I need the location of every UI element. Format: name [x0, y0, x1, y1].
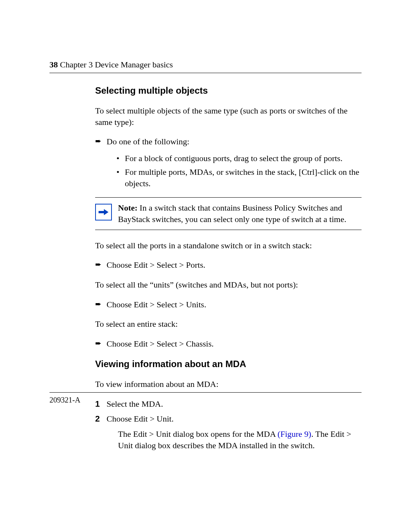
procedure-list: Choose Edit > Select > Chassis. [95, 338, 362, 350]
procedure-step: Choose Edit > Select > Chassis. [95, 338, 362, 350]
intro-paragraph: To select multiple objects of the same t… [95, 105, 362, 128]
page-number: 38 [49, 60, 58, 69]
heading-selecting-multiple-objects: Selecting multiple objects [95, 85, 362, 97]
intro-paragraph: To view information about an MDA: [95, 379, 362, 390]
note-label: Note: [118, 203, 137, 212]
step-text: Do one of the following: [107, 137, 190, 146]
note-callout: Note: In a switch stack that contains Bu… [95, 197, 362, 230]
document-id: 209321-A [49, 395, 362, 405]
note-body: In a switch stack that contains Business… [118, 203, 346, 224]
step-text: Choose Edit > Unit. [107, 414, 174, 423]
procedure-list: Choose Edit > Select > Units. [95, 299, 362, 310]
result-text-a: The Edit > Unit dialog box opens for the… [118, 429, 277, 439]
page-footer: 209321-A [49, 392, 362, 405]
step-result: The Edit > Unit dialog box opens for the… [118, 428, 362, 451]
figure-link[interactable]: (Figure 9) [277, 429, 311, 439]
paragraph: To select an entire stack: [95, 318, 362, 330]
paragraph: To select all the ports in a standalone … [95, 240, 362, 251]
sub-bullet-list: For a block of contiguous ports, drag to… [116, 153, 362, 189]
arrow-right-icon [95, 204, 112, 220]
paragraph: To select all the “units” (switches and … [95, 279, 362, 291]
heading-viewing-mda: Viewing information about an MDA [95, 358, 362, 370]
procedure-list: Choose Edit > Select > Ports. [95, 259, 362, 271]
procedure-step: Do one of the following: For a block of … [95, 136, 362, 189]
sub-bullet: For a block of contiguous ports, drag to… [116, 153, 362, 164]
running-header: 38 Chapter 3 Device Manager basics [49, 59, 362, 73]
note-text: Note: In a switch stack that contains Bu… [118, 202, 362, 225]
procedure-list: Do one of the following: For a block of … [95, 136, 362, 189]
numbered-list: Select the MDA. Choose Edit > Unit. The … [95, 398, 362, 451]
sub-bullet: For multiple ports, MDAs, or switches in… [116, 166, 362, 189]
footer-rule [49, 392, 362, 393]
numbered-step: Choose Edit > Unit. The Edit > Unit dial… [95, 413, 362, 451]
chapter-title-text: Chapter 3 Device Manager basics [60, 60, 173, 69]
procedure-step: Choose Edit > Select > Units. [95, 299, 362, 310]
procedure-step: Choose Edit > Select > Ports. [95, 259, 362, 271]
